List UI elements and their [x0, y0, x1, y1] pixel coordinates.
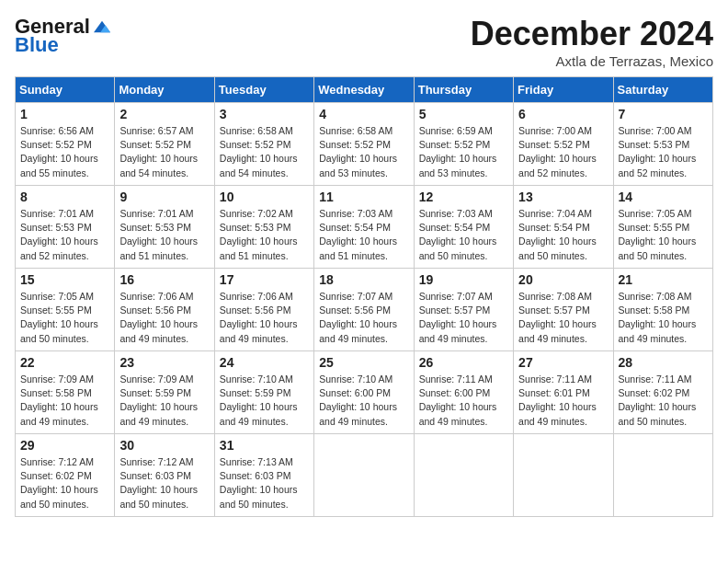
sunrise-time: Sunrise: 7:00 AM [619, 125, 692, 136]
day-info: Sunrise: 6:57 AM Sunset: 5:52 PM Dayligh… [119, 124, 209, 180]
logo-icon [94, 20, 110, 33]
calendar-day-30: 30 Sunrise: 7:12 AM Sunset: 6:03 PM Dayl… [115, 434, 214, 517]
daylight-hours: Daylight: 10 hours and 50 minutes. [619, 401, 697, 426]
calendar-day-1: 1 Sunrise: 6:56 AM Sunset: 5:52 PM Dayli… [16, 103, 115, 186]
daylight-hours: Daylight: 10 hours and 54 minutes. [119, 153, 198, 178]
day-info: Sunrise: 7:09 AM Sunset: 5:58 PM Dayligh… [20, 373, 109, 429]
sunrise-time: Sunrise: 7:12 AM [119, 456, 193, 467]
daylight-hours: Daylight: 10 hours and 50 minutes. [119, 484, 198, 509]
month-title: December 2024 [471, 15, 713, 53]
calendar-day-17: 17 Sunrise: 7:06 AM Sunset: 5:56 PM Dayl… [214, 269, 313, 351]
day-number: 5 [419, 107, 508, 121]
day-info: Sunrise: 7:06 AM Sunset: 5:56 PM Dayligh… [220, 290, 309, 346]
sunset-time: Sunset: 6:00 PM [419, 387, 491, 398]
day-number: 6 [518, 107, 608, 121]
calendar-header-tuesday: Tuesday [214, 77, 313, 103]
daylight-hours: Daylight: 10 hours and 49 minutes. [20, 401, 98, 426]
day-number: 22 [20, 355, 109, 370]
day-info: Sunrise: 7:01 AM Sunset: 5:53 PM Dayligh… [119, 207, 209, 263]
calendar-week-1: 1 Sunrise: 6:56 AM Sunset: 5:52 PM Dayli… [16, 103, 713, 186]
day-number: 15 [20, 272, 109, 287]
sunset-time: Sunset: 5:52 PM [419, 139, 491, 150]
sunset-time: Sunset: 6:01 PM [518, 387, 590, 398]
calendar-day-18: 18 Sunrise: 7:07 AM Sunset: 5:56 PM Dayl… [314, 269, 414, 351]
sunrise-time: Sunrise: 7:07 AM [319, 291, 392, 302]
sunrise-time: Sunrise: 7:10 AM [220, 373, 293, 385]
sunrise-time: Sunrise: 7:13 AM [220, 456, 293, 467]
day-number: 26 [419, 355, 508, 370]
calendar-day-11: 11 Sunrise: 7:03 AM Sunset: 5:54 PM Dayl… [314, 186, 414, 269]
calendar-day-28: 28 Sunrise: 7:11 AM Sunset: 6:02 PM Dayl… [613, 351, 712, 434]
sunrise-time: Sunrise: 6:59 AM [419, 125, 493, 136]
sunset-time: Sunset: 5:57 PM [518, 304, 590, 316]
sunset-time: Sunset: 5:54 PM [518, 222, 590, 233]
daylight-hours: Daylight: 10 hours and 55 minutes. [20, 153, 98, 178]
calendar-table: SundayMondayTuesdayWednesdayThursdayFrid… [15, 76, 713, 517]
calendar-day-8: 8 Sunrise: 7:01 AM Sunset: 5:53 PM Dayli… [16, 186, 115, 269]
calendar-day-14: 14 Sunrise: 7:05 AM Sunset: 5:55 PM Dayl… [613, 186, 712, 269]
day-info: Sunrise: 7:00 AM Sunset: 5:52 PM Dayligh… [518, 124, 608, 180]
calendar-header-wednesday: Wednesday [314, 77, 414, 103]
day-info: Sunrise: 7:11 AM Sunset: 6:01 PM Dayligh… [518, 373, 608, 429]
day-info: Sunrise: 7:04 AM Sunset: 5:54 PM Dayligh… [518, 207, 608, 263]
sunrise-time: Sunrise: 7:06 AM [220, 291, 293, 302]
daylight-hours: Daylight: 10 hours and 49 minutes. [319, 401, 397, 426]
calendar-week-3: 15 Sunrise: 7:05 AM Sunset: 5:55 PM Dayl… [16, 269, 713, 351]
day-number: 7 [619, 107, 708, 121]
sunrise-time: Sunrise: 7:03 AM [419, 208, 493, 219]
logo-blue-text: Blue [15, 33, 59, 57]
calendar-week-5: 29 Sunrise: 7:12 AM Sunset: 6:02 PM Dayl… [16, 434, 713, 517]
daylight-hours: Daylight: 10 hours and 49 minutes. [220, 401, 298, 426]
sunrise-time: Sunrise: 6:58 AM [220, 125, 293, 136]
calendar-day-6: 6 Sunrise: 7:00 AM Sunset: 5:52 PM Dayli… [514, 103, 613, 186]
sunrise-time: Sunrise: 6:57 AM [119, 125, 193, 136]
sunrise-time: Sunrise: 7:02 AM [220, 208, 293, 219]
daylight-hours: Daylight: 10 hours and 50 minutes. [518, 236, 597, 260]
day-number: 17 [220, 272, 309, 287]
sunset-time: Sunset: 5:56 PM [220, 304, 291, 316]
sunset-time: Sunset: 5:53 PM [220, 222, 291, 233]
day-info: Sunrise: 7:08 AM Sunset: 5:57 PM Dayligh… [518, 290, 608, 346]
day-number: 10 [220, 190, 309, 204]
sunset-time: Sunset: 5:58 PM [619, 304, 690, 316]
calendar-day-25: 25 Sunrise: 7:10 AM Sunset: 6:00 PM Dayl… [314, 351, 414, 434]
calendar-day-24: 24 Sunrise: 7:10 AM Sunset: 5:59 PM Dayl… [214, 351, 313, 434]
day-info: Sunrise: 7:12 AM Sunset: 6:03 PM Dayligh… [119, 455, 209, 511]
daylight-hours: Daylight: 10 hours and 49 minutes. [319, 318, 397, 343]
daylight-hours: Daylight: 10 hours and 52 minutes. [20, 236, 98, 260]
sunrise-time: Sunrise: 7:11 AM [518, 373, 592, 385]
daylight-hours: Daylight: 10 hours and 50 minutes. [419, 236, 497, 260]
day-info: Sunrise: 7:02 AM Sunset: 5:53 PM Dayligh… [220, 207, 309, 263]
day-info: Sunrise: 7:10 AM Sunset: 5:59 PM Dayligh… [220, 373, 309, 429]
day-number: 1 [20, 107, 109, 121]
daylight-hours: Daylight: 10 hours and 53 minutes. [319, 153, 397, 178]
calendar-day-10: 10 Sunrise: 7:02 AM Sunset: 5:53 PM Dayl… [214, 186, 313, 269]
sunrise-time: Sunrise: 7:05 AM [619, 208, 692, 219]
calendar-header-thursday: Thursday [414, 77, 513, 103]
calendar-day-27: 27 Sunrise: 7:11 AM Sunset: 6:01 PM Dayl… [514, 351, 613, 434]
sunset-time: Sunset: 5:55 PM [619, 222, 690, 233]
day-number: 29 [20, 438, 109, 453]
day-number: 11 [319, 190, 408, 204]
calendar-day-21: 21 Sunrise: 7:08 AM Sunset: 5:58 PM Dayl… [613, 269, 712, 351]
sunset-time: Sunset: 5:52 PM [220, 139, 291, 150]
sunrise-time: Sunrise: 7:10 AM [319, 373, 392, 385]
daylight-hours: Daylight: 10 hours and 52 minutes. [518, 153, 597, 178]
calendar-week-4: 22 Sunrise: 7:09 AM Sunset: 5:58 PM Dayl… [16, 351, 713, 434]
calendar-day-5: 5 Sunrise: 6:59 AM Sunset: 5:52 PM Dayli… [414, 103, 513, 186]
daylight-hours: Daylight: 10 hours and 52 minutes. [619, 153, 697, 178]
calendar-day-13: 13 Sunrise: 7:04 AM Sunset: 5:54 PM Dayl… [514, 186, 613, 269]
daylight-hours: Daylight: 10 hours and 53 minutes. [419, 153, 497, 178]
day-number: 12 [419, 190, 508, 204]
sunset-time: Sunset: 5:52 PM [20, 139, 92, 150]
sunset-time: Sunset: 5:59 PM [119, 387, 191, 398]
sunrise-time: Sunrise: 7:08 AM [518, 291, 592, 302]
empty-cell [414, 434, 513, 517]
calendar-day-16: 16 Sunrise: 7:06 AM Sunset: 5:56 PM Dayl… [115, 269, 214, 351]
logo: General Blue [15, 15, 110, 57]
day-number: 27 [518, 355, 608, 370]
sunset-time: Sunset: 6:02 PM [619, 387, 690, 398]
sunset-time: Sunset: 5:56 PM [119, 304, 191, 316]
day-info: Sunrise: 7:10 AM Sunset: 6:00 PM Dayligh… [319, 373, 408, 429]
sunrise-time: Sunrise: 7:03 AM [319, 208, 392, 219]
